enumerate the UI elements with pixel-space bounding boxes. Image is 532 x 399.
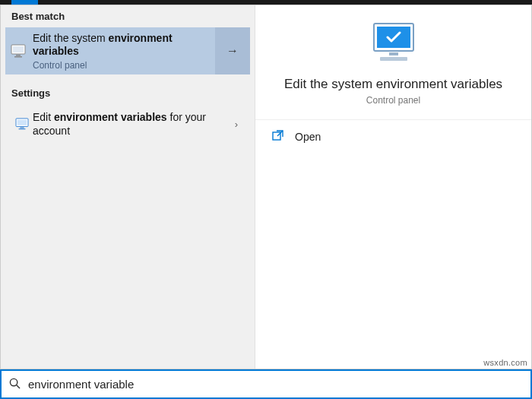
search-bar[interactable] (0, 369, 532, 399)
svg-rect-1 (13, 46, 24, 52)
title-pre: Edit the system (33, 32, 109, 44)
expand-arrow[interactable]: › (227, 119, 245, 130)
expand-arrow[interactable]: → (215, 27, 250, 74)
best-match-text: Edit the system environment variables Co… (31, 27, 215, 75)
svg-rect-11 (380, 57, 407, 61)
svg-rect-5 (17, 120, 27, 125)
arrow-right-icon: → (226, 44, 239, 58)
settings-result[interactable]: Edit environment variables for your acco… (4, 106, 252, 142)
search-input[interactable] (28, 378, 523, 391)
svg-rect-6 (20, 127, 24, 128)
best-match-header: Best match (1, 5, 255, 27)
svg-rect-3 (14, 56, 22, 58)
text-bold: environment variables (54, 111, 167, 123)
search-results-panel: Best match Edit the system environment v… (0, 5, 532, 369)
open-icon (272, 129, 284, 144)
svg-rect-10 (389, 52, 398, 55)
svg-rect-12 (273, 132, 280, 140)
details-right-pane: Edit the system environment variables Co… (255, 5, 531, 369)
svg-rect-7 (19, 128, 26, 129)
monitor-icon (11, 118, 33, 130)
watermark: wsxdn.com (483, 358, 527, 367)
best-match-subtitle: Control panel (33, 60, 214, 71)
monitor-large-icon (369, 22, 418, 66)
open-action[interactable]: Open (255, 119, 531, 154)
svg-point-13 (10, 378, 17, 385)
hero-section: Edit the system environment variables Co… (255, 5, 531, 119)
results-left-pane: Best match Edit the system environment v… (1, 5, 255, 369)
hero-subtitle: Control panel (271, 95, 516, 106)
settings-header: Settings (1, 82, 255, 104)
hero-title: Edit the system environment variables (271, 77, 516, 92)
monitor-icon (5, 44, 31, 58)
open-label: Open (295, 131, 321, 143)
text-pre: Edit (33, 111, 54, 123)
svg-rect-2 (16, 55, 21, 56)
best-match-result[interactable]: Edit the system environment variables Co… (5, 27, 250, 74)
svg-line-14 (17, 385, 20, 388)
chevron-right-icon: › (235, 119, 238, 130)
settings-result-text: Edit environment variables for your acco… (33, 110, 227, 138)
search-icon (9, 378, 21, 391)
